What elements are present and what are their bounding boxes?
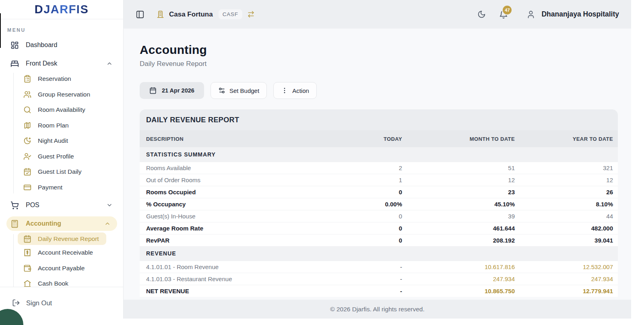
table-row-net-revenue: NET REVENUE - 10.865.750 12.779.941: [140, 285, 618, 297]
calculator-icon: [10, 220, 19, 228]
sidebar-item-night-audit[interactable]: Night Audit: [0, 133, 123, 149]
property-switcher[interactable]: Casa Fortuna CASF: [156, 9, 255, 19]
report-title: DAILY REVENUE REPORT: [140, 109, 618, 130]
front-desk-subnav: Reservation Group Reservation Room Avail…: [0, 71, 123, 195]
sidebar-toggle-icon[interactable]: [136, 10, 144, 19]
main-content: Accounting Daily Revenue Report 21 Apr 2…: [124, 29, 631, 300]
sidebar-item-label: Group Reservation: [38, 91, 90, 98]
hotel-building-icon: [156, 10, 165, 19]
subnav-guide-line: [13, 234, 14, 290]
wallet-icon: [23, 264, 31, 272]
sliders-icon: [218, 87, 225, 94]
notification-count-badge: 47: [502, 5, 512, 15]
chevron-down-icon: [106, 202, 113, 208]
log-out-icon: [12, 299, 20, 307]
sidebar-item-account-payable[interactable]: Account Payable: [0, 261, 123, 276]
dark-mode-icon[interactable]: [477, 10, 486, 19]
table-row: Rooms Occupied 0 23 26: [140, 186, 618, 198]
sidebar-item-label: Accounting: [26, 220, 61, 227]
sidebar-item-room-availability[interactable]: Room Availability: [0, 102, 123, 118]
sign-out-label: Sign Out: [26, 299, 52, 307]
sidebar-item-daily-revenue-report[interactable]: Daily Revenue Report: [18, 232, 106, 245]
user-avatar-icon[interactable]: [526, 10, 535, 19]
sidebar-item-guest-list-daily[interactable]: Guest List Daily: [0, 164, 123, 180]
credit-card-icon: [23, 183, 31, 191]
sidebar-item-label: Daily Revenue Report: [38, 235, 99, 243]
topbar-right: 47 Dhananjaya Hospitality: [477, 10, 631, 19]
menu-section-label: MENU: [7, 27, 123, 33]
sidebar-item-reservation[interactable]: Reservation: [0, 71, 123, 87]
table-row: RevPAR 0 208.192 39.041: [140, 234, 618, 246]
sidebar-item-payment[interactable]: Payment: [0, 180, 123, 195]
users-icon: [23, 91, 31, 99]
column-header-description: DESCRIPTION: [140, 130, 294, 147]
set-budget-button[interactable]: Set Budget: [211, 82, 267, 99]
sidebar-item-dashboard[interactable]: Dashboard: [0, 38, 123, 52]
switch-property-icon[interactable]: [247, 10, 255, 18]
sidebar-item-label: POS: [26, 202, 39, 209]
date-picker-button[interactable]: 21 Apr 2026: [140, 82, 204, 99]
sidebar-item-label: Dashboard: [26, 41, 57, 49]
topbar: Casa Fortuna CASF 47 Dhananjaya Hospital…: [124, 0, 631, 29]
clipboard-icon: [23, 75, 31, 83]
sidebar-item-guest-profile[interactable]: Guest Profile: [0, 149, 123, 165]
property-code-badge: CASF: [219, 9, 242, 19]
notifications-bell-icon[interactable]: 47: [499, 10, 508, 19]
sidebar-item-account-receivable[interactable]: Account Receivable: [0, 245, 123, 261]
action-button[interactable]: Action: [273, 82, 317, 99]
account-name[interactable]: Dhananjaya Hospitality: [541, 10, 619, 19]
map-icon: [23, 121, 31, 130]
sidebar-item-label: Account Payable: [38, 265, 85, 272]
sidebar-item-label: Guest Profile: [38, 153, 74, 160]
sidebar-item-front-desk[interactable]: Front Desk: [0, 57, 123, 70]
receipt-dollar-icon: [23, 249, 31, 257]
copyright-text: © 2026 Djarfis. All rights reserved.: [330, 306, 425, 313]
property-name: Casa Fortuna: [169, 10, 213, 19]
date-picker-label: 21 Apr 2026: [162, 87, 194, 94]
shopping-cart-icon: [10, 201, 19, 210]
page-title: Accounting: [140, 43, 631, 57]
table-row: Rooms Available 2 51 321: [140, 162, 618, 174]
table-row: % Occupancy 0.00% 45.10% 8.10%: [140, 198, 618, 210]
calendar-icon: [23, 235, 31, 243]
sidebar-item-label: Guest List Daily: [38, 168, 82, 175]
sidebar-item-accounting[interactable]: Accounting: [6, 216, 117, 231]
daily-revenue-report-card: DAILY REVENUE REPORT DESCRIPTION TODAY M…: [140, 109, 618, 297]
app-logo: DJARFIS: [35, 3, 89, 16]
set-budget-label: Set Budget: [229, 87, 259, 94]
sidebar-item-group-reservation[interactable]: Group Reservation: [0, 87, 123, 103]
moon-star-icon: [23, 137, 31, 145]
sidebar-item-label: Front Desk: [26, 60, 57, 67]
sidebar-item-label: Account Receivable: [38, 249, 93, 256]
dashboard-icon: [10, 41, 19, 49]
column-header-today: TODAY: [294, 130, 407, 147]
subnav-guide-line: [13, 73, 14, 193]
sidebar-nav: Dashboard Front Desk Reservation: [0, 38, 123, 292]
calendar-check-icon: [23, 168, 31, 176]
table-header-row: DESCRIPTION TODAY MONTH TO DATE YEAR TO …: [140, 130, 618, 147]
sidebar-item-label: Payment: [38, 184, 62, 191]
sidebar-item-room-plan[interactable]: Room Plan: [0, 118, 123, 134]
search-icon: [23, 106, 31, 114]
sidebar-header: DJARFIS: [0, 0, 123, 19]
column-header-mtd: MONTH TO DATE: [407, 130, 520, 147]
sidebar-item-label: Night Audit: [38, 137, 68, 144]
bed-icon: [10, 60, 19, 68]
footer: © 2026 Djarfis. All rights reserved.: [124, 300, 631, 319]
page-subtitle: Daily Revenue Report: [140, 60, 631, 68]
table-row: Out of Order Rooms 1 12 12: [140, 174, 618, 186]
section-header-revenue: REVENUE: [140, 246, 618, 261]
screen-edge-artifact: [0, 13, 1, 48]
table-row: Average Room Rate 0 461.644 482.000: [140, 222, 618, 234]
sidebar-item-label: Cash Book: [38, 280, 68, 287]
sidebar-item-label: Reservation: [38, 75, 71, 82]
sidebar-item-label: Room Availability: [38, 106, 85, 113]
table-row: 4.1.01.03 - Restaurant Revenue - 247.934…: [140, 273, 618, 285]
sidebar-item-pos[interactable]: POS: [0, 198, 123, 212]
action-label: Action: [292, 87, 309, 94]
table-row: 4.1.01.01 - Room Revenue - 10.617.816 12…: [140, 261, 618, 273]
toolbar: 21 Apr 2026 Set Budget Action: [140, 82, 631, 99]
chevron-up-icon: [104, 220, 111, 227]
revenue-table: DESCRIPTION TODAY MONTH TO DATE YEAR TO …: [140, 130, 618, 297]
sidebar: DJARFIS MENU Dashboard Front Desk: [0, 0, 124, 319]
